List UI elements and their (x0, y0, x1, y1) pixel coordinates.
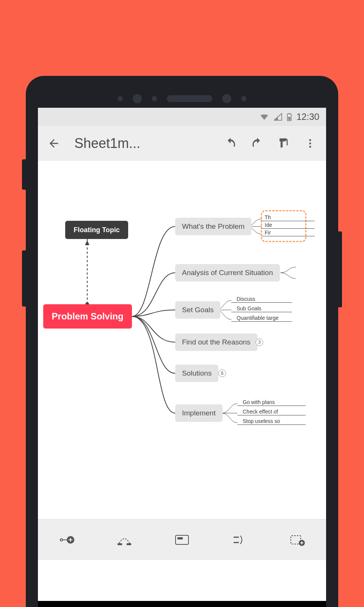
document-title[interactable]: Sheet1m... (74, 135, 214, 151)
phone-side-button (338, 231, 342, 307)
sub-topic[interactable]: Fir (265, 230, 271, 236)
floating-topic-node[interactable]: Floating Topic (65, 221, 128, 239)
branch-node[interactable]: Implement (175, 404, 223, 422)
sub-underline (237, 415, 306, 415)
phone-side-button (22, 250, 26, 307)
svg-point-3 (309, 139, 311, 141)
mindmap-canvas[interactable]: Floating Topic Problem Solving What's th… (38, 161, 326, 560)
sub-underline (262, 228, 315, 229)
app-bar: Sheet1m... (38, 126, 326, 161)
svg-rect-16 (127, 543, 131, 545)
add-relationship-button[interactable] (107, 528, 141, 551)
sub-topic[interactable]: Th (265, 214, 271, 220)
undo-button[interactable] (221, 134, 240, 153)
svg-point-5 (309, 146, 311, 148)
sub-topic[interactable]: Check effect of (243, 409, 278, 415)
battery-icon (287, 113, 292, 121)
branch-node[interactable]: Analysis of Current Situation (175, 264, 280, 281)
phone-frame: 12:30 Sheet1m... (26, 76, 338, 607)
sub-underline (262, 221, 315, 221)
svg-point-10 (60, 539, 63, 541)
sub-underline (231, 302, 292, 303)
sub-underline (231, 312, 292, 312)
more-button[interactable] (300, 134, 320, 153)
back-button[interactable] (44, 134, 64, 153)
sub-topic[interactable]: Sub Goals (237, 305, 261, 311)
collapsed-count-badge[interactable]: 3 (256, 338, 263, 346)
branch-node[interactable]: Set Goals (175, 301, 220, 319)
sub-topic[interactable]: Quantifiable targe (237, 315, 279, 321)
sub-underline (237, 406, 306, 406)
collapsed-count-badge[interactable]: 6 (218, 370, 226, 377)
branch-node[interactable]: Solutions (175, 365, 218, 382)
signal-icon (274, 113, 282, 121)
svg-rect-15 (118, 543, 122, 545)
screen: 12:30 Sheet1m... (38, 108, 326, 601)
sub-topic[interactable]: Stop useless so (243, 418, 280, 424)
add-summary-button[interactable] (223, 528, 257, 551)
branch-node[interactable]: What's the Problem (175, 218, 251, 235)
redo-button[interactable] (247, 134, 267, 153)
add-sheet-button[interactable] (280, 528, 314, 551)
sub-underline (262, 236, 315, 236)
sub-underline (237, 425, 306, 425)
android-nav-bar (38, 601, 326, 607)
svg-rect-17 (176, 535, 188, 544)
add-boundary-button[interactable] (165, 528, 199, 551)
sub-topic[interactable]: Discuss (237, 296, 255, 302)
svg-point-4 (309, 143, 311, 145)
bottom-toolbar (38, 519, 326, 560)
sub-topic[interactable]: Ide (265, 222, 272, 228)
wifi-icon (259, 113, 269, 121)
add-subtopic-button[interactable] (50, 528, 84, 551)
root-node[interactable]: Problem Solving (43, 304, 132, 329)
phone-side-button (22, 159, 26, 190)
sub-topic[interactable]: Go with plans (243, 399, 275, 405)
svg-rect-1 (289, 113, 290, 114)
status-time: 12:30 (297, 112, 319, 122)
status-bar: 12:30 (38, 108, 326, 126)
phone-speaker-row (38, 90, 326, 108)
svg-rect-2 (288, 117, 290, 120)
sub-underline (231, 321, 292, 322)
svg-rect-18 (177, 537, 183, 539)
format-button[interactable] (274, 134, 293, 153)
branch-node[interactable]: Find out the Reasons (175, 333, 257, 351)
